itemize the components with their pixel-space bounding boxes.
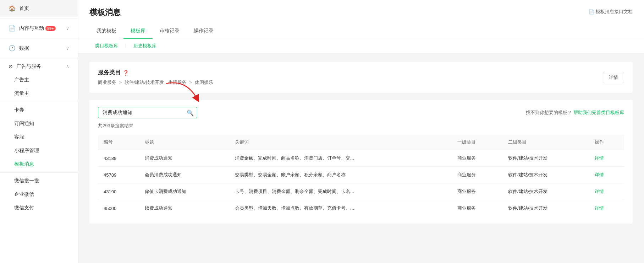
category-detail-button[interactable]: 详情 (603, 72, 624, 83)
cell-cat2: 软件/建站/技术开发 (502, 167, 589, 183)
doc-link[interactable]: 📄 模板消息接口文档 (589, 9, 633, 15)
sidebar-item-enterprise[interactable]: 企业微信 (0, 188, 78, 201)
search-area: 🔍 找不到你想要的模板？ 帮助我们完善类目模板库 共293条搜索结果 编号 标题… (89, 100, 633, 224)
detail-link[interactable]: 详情 (595, 189, 604, 194)
chevron-up-icon: ∧ (66, 64, 69, 69)
sidebar-item-publisher[interactable]: 流量主 (0, 87, 78, 100)
result-count: 共293条搜索结果 (98, 123, 624, 129)
cell-action: 详情 (589, 183, 624, 200)
divider-5 (0, 172, 78, 173)
sidebar-item-label: 首页 (19, 5, 29, 12)
search-input[interactable] (98, 107, 197, 118)
sidebar-ads-label: 广告与服务 (16, 63, 41, 70)
tab-my-templates[interactable]: 我的模板 (89, 23, 123, 39)
sidebar-item-ads[interactable]: ⊙ 广告与服务 ∧ (0, 60, 78, 73)
cell-title: 会员消费成功通知 (139, 167, 229, 183)
path-item-1: 商业服务 (98, 80, 116, 85)
sidebar-item-coupon[interactable]: 卡券 (0, 103, 78, 117)
sidebar-item-service[interactable]: 客服 (0, 130, 78, 144)
cell-action: 详情 (589, 150, 624, 167)
sidebar-advertiser-label: 广告主 (14, 77, 29, 82)
detail-link[interactable]: 详情 (595, 155, 604, 161)
sidebar-item-data[interactable]: 🕐 数据 ∨ (0, 40, 78, 57)
sidebar-item-home[interactable]: 🏠 首页 (0, 0, 78, 17)
sidebar-item-miniapp[interactable]: 小程序管理 (0, 144, 78, 157)
sidebar-item-subscription[interactable]: 订阅通知 (0, 117, 78, 130)
sidebar-coupon-label: 卡券 (14, 107, 24, 113)
col-action: 操作 (589, 135, 624, 150)
main-header: 模板消息 我的模板 模板库 审核记录 操作记录 📄 模板消息接口文档 (78, 0, 644, 39)
cell-keywords: 交易类型、交易金额、账户余额、积分余额、商户名称 (229, 167, 452, 183)
content-area: 服务类目 ❓ 商业服务 > 软件/建站/技术开发 生活服务 > 休闲娱乐 详情 (78, 53, 644, 232)
sidebar-weixin-search-label: 微信搜一搜 (14, 178, 39, 183)
sidebar-template-label: 模板消息 (14, 161, 34, 167)
cell-id: 45789 (98, 167, 139, 183)
content-badge: 99+ (45, 26, 56, 31)
tab-review-records[interactable]: 审核记录 (153, 23, 187, 39)
cell-id: 43189 (98, 150, 139, 167)
table-row: 45000 续费成功通知 会员类型、增加天数、增加点数、有效期至、充值卡号、..… (98, 200, 624, 217)
cell-cat2: 软件/建站/技术开发 (502, 150, 589, 167)
sidebar-item-wechat-pay[interactable]: 微信支付 (0, 201, 78, 215)
sub-tabs: 类目模板库 | 历史模板库 (78, 39, 644, 53)
cell-cat1: 商业服务 (452, 183, 502, 200)
table-row: 43189 消费成功通知 消费金额、完成时间、商品名称、消费门店、订单号、交..… (98, 150, 624, 167)
table-row: 43190 储值卡消费成功通知 卡号、消费项目、消费金额、剩余全额、完成时间、卡… (98, 183, 624, 200)
cell-cat1: 商业服务 (452, 200, 502, 217)
path-item-3: 生活服务 (168, 80, 187, 85)
table-header-row: 编号 标题 关键词 一级类目 二级类目 操作 (98, 135, 624, 150)
service-category-path: 商业服务 > 软件/建站/技术开发 生活服务 > 休闲娱乐 (98, 79, 213, 86)
home-icon: 🏠 (9, 5, 16, 12)
sidebar-service-label: 客服 (14, 134, 24, 140)
sub-tab-category[interactable]: 类目模板库 (89, 39, 124, 53)
sub-tab-history[interactable]: 历史模板库 (128, 39, 162, 53)
content-icon: 📄 (9, 25, 16, 32)
clock-icon: 🕐 (9, 45, 16, 52)
cell-id: 45000 (98, 200, 139, 217)
cell-cat1: 商业服务 (452, 167, 502, 183)
path-item-2: 软件/建站/技术开发 (125, 80, 164, 85)
file-icon: 📄 (589, 9, 594, 15)
sidebar-enterprise-label: 企业微信 (14, 191, 34, 197)
sidebar-miniapp-label: 小程序管理 (14, 147, 39, 153)
divider-4 (0, 102, 78, 102)
cell-cat2: 软件/建站/技术开发 (502, 183, 589, 200)
cell-action: 详情 (589, 200, 624, 217)
path-item-4: 休闲娱乐 (195, 80, 213, 85)
cell-id: 43190 (98, 183, 139, 200)
divider-1 (0, 18, 78, 18)
cell-title: 储值卡消费成功通知 (139, 183, 229, 200)
sidebar-item-weixin-search[interactable]: 微信搜一搜 (0, 174, 78, 188)
service-category-left: 服务类目 ❓ 商业服务 > 软件/建站/技术开发 生活服务 > 休闲娱乐 (98, 69, 213, 86)
path-sep-1: > (119, 80, 123, 85)
sidebar-subscription-label: 订阅通知 (14, 120, 34, 126)
detail-link[interactable]: 详情 (595, 205, 604, 211)
help-complete-link[interactable]: 帮助我们完善类目模板库 (573, 110, 624, 115)
sidebar-item-content[interactable]: 📄 内容与互动 99+ ∨ (0, 20, 78, 37)
search-row: 🔍 找不到你想要的模板？ 帮助我们完善类目模板库 (98, 107, 624, 118)
table-row: 45789 会员消费成功通知 交易类型、交易金额、账户余额、积分余额、商户名称 … (98, 167, 624, 183)
cell-title: 续费成功通知 (139, 200, 229, 217)
col-title: 标题 (139, 135, 229, 150)
tab-template-library[interactable]: 模板库 (123, 23, 153, 39)
main-tabs: 我的模板 模板库 审核记录 操作记录 (89, 23, 221, 39)
cell-keywords: 卡号、消费项目、消费金额、剩余全额、完成时间、卡名... (229, 183, 452, 200)
tab-operation-records[interactable]: 操作记录 (187, 23, 221, 39)
sidebar-item-template[interactable]: 模板消息 (0, 157, 78, 171)
chevron-down-icon-data: ∨ (66, 46, 69, 51)
detail-link[interactable]: 详情 (595, 172, 604, 177)
col-keywords: 关键词 (229, 135, 452, 150)
sidebar-item-advertiser[interactable]: 广告主 (0, 73, 78, 87)
cell-title: 消费成功通知 (139, 150, 229, 167)
path-sep-3: > (189, 80, 193, 85)
col-id: 编号 (98, 135, 139, 150)
cell-keywords: 会员类型、增加天数、增加点数、有效期至、充值卡号、... (229, 200, 452, 217)
divider-2 (0, 38, 78, 38)
sidebar: 🏠 首页 📄 内容与互动 99+ ∨ 🕐 数据 ∨ ⊙ 广告与服务 ∧ 广告主 … (0, 0, 78, 263)
col-cat2: 二级类目 (502, 135, 589, 150)
sidebar-publisher-label: 流量主 (14, 90, 29, 96)
help-icon[interactable]: ❓ (123, 70, 129, 76)
ads-icon: ⊙ (9, 64, 13, 69)
cell-cat1: 商业服务 (452, 150, 502, 167)
search-button[interactable]: 🔍 (187, 109, 194, 116)
